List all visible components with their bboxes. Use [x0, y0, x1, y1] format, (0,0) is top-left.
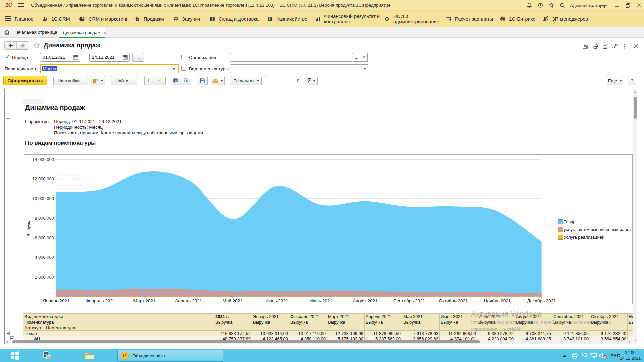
header-vid-nomenklatury[interactable]: Вид номенклатуры — [23, 314, 214, 319]
collapse-groups-button[interactable] — [155, 76, 166, 85]
row-label[interactable]: Товар — [23, 331, 214, 336]
table-row[interactable]: АртикулНоменклатура — [23, 325, 638, 331]
periodicity-combo[interactable]: Месяц — [40, 64, 179, 73]
organization-clear-button[interactable]: × — [360, 53, 368, 62]
tray-volume-muted-icon[interactable] — [599, 349, 608, 362]
save-icon[interactable] — [582, 43, 588, 49]
calendar-icon[interactable] — [73, 55, 78, 60]
header-period-column[interactable]: 2021 г. — [214, 314, 252, 319]
print-preview-button[interactable] — [181, 76, 191, 85]
restore-button[interactable] — [625, 2, 631, 8]
table-row[interactable]: НоменклатураВыручкаВыручкаВыручкаВыручка… — [23, 319, 638, 325]
value-cell[interactable]: 10 623 314,00 — [252, 331, 289, 336]
calendar-icon[interactable] — [123, 55, 128, 60]
tab-home[interactable]: Начальная страница — [0, 27, 62, 37]
search-icon[interactable] — [559, 2, 566, 8]
table-row[interactable]: Вид номенклатуры2021 г.Январь 2021Феврал… — [23, 314, 638, 319]
sum-button[interactable]: Σ — [306, 76, 318, 85]
header-period-column[interactable]: Январь 2021 — [252, 314, 289, 319]
header-nomenklatura[interactable]: Номенклатура — [23, 319, 214, 325]
value-cell[interactable]: 116 883 172,52 — [214, 331, 252, 336]
taskbar-1c-app-button[interactable]: 1С Объединенная / ... — [117, 350, 223, 362]
header-period-column[interactable]: Февраль 2021 — [289, 314, 327, 319]
tray-expand-button[interactable] — [562, 349, 569, 362]
period-checkbox[interactable] — [5, 55, 9, 59]
start-button[interactable] — [5, 349, 25, 362]
period-variants-button[interactable]: ... — [132, 53, 144, 62]
more-actions-button[interactable]: Еще — [607, 76, 623, 85]
main-menu-icon[interactable] — [18, 3, 24, 7]
section-prodazhi[interactable]: Продажи — [134, 11, 164, 27]
taskbar-clock[interactable]: 22:06 24.12.2021 — [619, 350, 642, 361]
nomtype-dropdown-button[interactable] — [361, 64, 368, 73]
section-sklad[interactable]: Склад и доставка — [209, 11, 259, 27]
print-icon[interactable] — [592, 43, 598, 49]
header-vyruchka[interactable]: Выручка — [402, 319, 440, 325]
scroll-right-icon[interactable] — [629, 341, 630, 343]
header-empty[interactable] — [327, 325, 365, 331]
history-icon[interactable] — [537, 2, 543, 8]
header-period-column[interactable]: Март 2021 — [327, 314, 365, 319]
header-vyruchka[interactable]: Выручка — [515, 319, 552, 325]
favorite-star-icon[interactable] — [33, 42, 40, 49]
header-period-column[interactable]: Июль 2021 — [477, 314, 515, 319]
tray-action-center-flag-icon[interactable] — [581, 349, 589, 362]
section-nsi[interactable]: НСИ и администрирование — [384, 11, 439, 27]
header-period-column[interactable]: Июнь 2021 — [440, 314, 477, 319]
section-kaznacheystvo[interactable]: Казначейство — [267, 11, 307, 27]
header-empty[interactable] — [402, 325, 440, 331]
nomtype-checkbox[interactable] — [181, 66, 186, 71]
value-cell[interactable]: 9 708 041,75 — [515, 331, 552, 336]
header-period-column[interactable]: Сентябрь 2021 — [552, 314, 590, 319]
date-from-input[interactable]: 01.01.2021 — [40, 53, 80, 62]
report-group-collapse-icon[interactable] — [6, 115, 10, 119]
header-artikul[interactable]: Артикул — [23, 325, 45, 331]
back-button[interactable] — [5, 42, 16, 49]
help-button[interactable]: ? — [628, 76, 636, 85]
header-vyruchka[interactable]: Выручка — [552, 319, 590, 325]
header-empty[interactable] — [552, 325, 590, 331]
tray-ie-icon[interactable] — [571, 349, 579, 362]
section-bitrix[interactable]: 1С-Битрикс — [500, 11, 535, 27]
vertical-scroll-thumb[interactable] — [634, 97, 637, 119]
value-cell[interactable]: 12 733 109,99 — [327, 331, 365, 336]
print-button[interactable] — [171, 76, 181, 85]
header-vyruchka[interactable]: Выручка — [477, 319, 515, 325]
tray-network-icon[interactable] — [589, 349, 598, 362]
header-vyruchka[interactable]: Выручка — [252, 319, 289, 325]
section-zarplata[interactable]: Расчет зарплаты — [445, 11, 493, 27]
scroll-up-icon[interactable] — [634, 91, 637, 93]
file-explorer-button[interactable] — [79, 349, 100, 362]
section-zakupki[interactable]: Закупки — [173, 11, 200, 27]
nomtype-input[interactable] — [230, 64, 361, 73]
close-button[interactable] — [636, 2, 642, 8]
organization-select-button[interactable]: ... — [353, 53, 360, 62]
report-table[interactable]: Вид номенклатуры2021 г.Январь 2021Феврал… — [23, 313, 637, 342]
favorites-star-icon[interactable] — [548, 2, 554, 8]
organization-input[interactable] — [230, 53, 353, 62]
scroll-left-icon[interactable] — [7, 341, 8, 343]
header-empty[interactable] — [365, 325, 402, 331]
value-cell[interactable]: 9 141 856,05 — [552, 331, 590, 336]
header-empty[interactable] — [477, 325, 515, 331]
forward-button[interactable] — [16, 42, 29, 49]
value-cell[interactable]: 9 330 278,22 — [477, 331, 515, 336]
section-crm-marketing[interactable]: CRM и маркетинг — [79, 11, 128, 27]
value-cell[interactable]: 9 176 232,40 — [590, 331, 628, 336]
sections-menu-icon[interactable] — [5, 16, 11, 21]
minimize-button[interactable] — [614, 2, 620, 8]
header-empty[interactable] — [590, 325, 628, 331]
section-glavnoe[interactable]: Главное — [15, 11, 33, 27]
horizontal-scroll-thumb[interactable] — [12, 340, 480, 343]
section-zp-managerov[interactable]: ЗП менеджеров — [543, 11, 588, 27]
tovar-group-collapse-icon[interactable] — [6, 331, 10, 335]
settings-button[interactable]: Настройки... — [53, 76, 88, 85]
get-link-icon[interactable] — [612, 43, 618, 49]
header-vyruchka[interactable]: Выручка — [289, 319, 327, 325]
report-variants-button[interactable] — [91, 76, 105, 85]
value-cell[interactable]: 10 917 116,00 — [289, 331, 327, 336]
scroll-down-icon[interactable] — [634, 340, 637, 341]
generate-button[interactable]: Сформировать — [3, 76, 47, 85]
result-button[interactable]: Результат — [231, 76, 262, 85]
header-vyruchka[interactable]: Выручка — [590, 319, 628, 325]
